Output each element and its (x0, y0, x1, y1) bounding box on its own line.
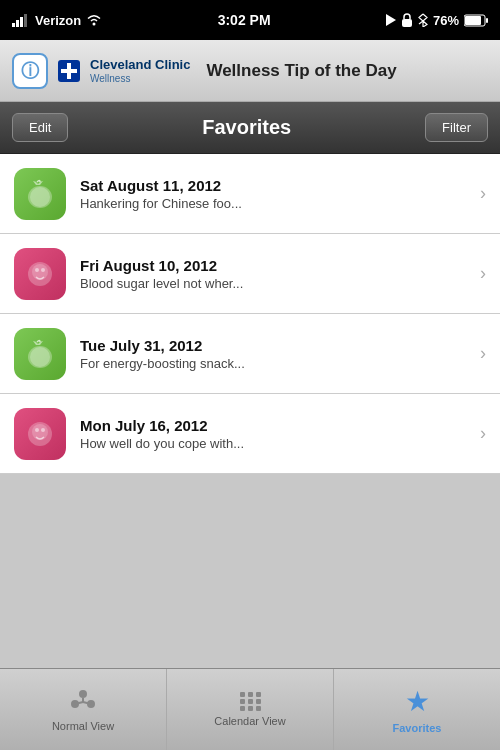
battery-icon (464, 14, 488, 27)
status-time: 3:02 PM (218, 12, 271, 28)
play-icon (386, 14, 396, 26)
app-container: Verizon 3:02 PM (0, 0, 500, 750)
battery-label: 76% (433, 13, 459, 28)
apple-icon (23, 177, 57, 211)
face-icon-3 (23, 417, 57, 451)
clinic-sub: Wellness (90, 73, 190, 84)
svg-line-7 (419, 21, 423, 24)
status-left: Verizon (12, 13, 102, 28)
tab-bar: Normal View Calendar View ★ Favorites (0, 668, 500, 750)
svg-rect-3 (24, 14, 27, 27)
status-bar: Verizon 3:02 PM (0, 0, 500, 40)
favorites-star-icon: ★ (405, 685, 430, 718)
page-title: Favorites (202, 116, 291, 139)
svg-rect-9 (465, 16, 481, 25)
svg-rect-1 (16, 20, 19, 27)
info-button[interactable]: ⓘ (12, 53, 48, 89)
toolbar: Edit Favorites Filter (0, 102, 500, 154)
carrier-label: Verizon (35, 13, 81, 28)
item-desc-0: Hankering for Chinese foo... (80, 196, 462, 211)
tab-calendar-view[interactable]: Calendar View (167, 669, 334, 750)
tab-favorites-label: Favorites (393, 722, 442, 734)
header-title: Wellness Tip of the Day (206, 61, 396, 81)
face-icon (23, 257, 57, 291)
svg-point-4 (93, 23, 96, 26)
normal-view-icon (68, 688, 98, 716)
list-item[interactable]: Fri August 10, 2012 Blood sugar level no… (0, 234, 500, 314)
chevron-icon-0: › (480, 183, 486, 204)
svg-rect-6 (402, 19, 412, 27)
item-desc-3: How well do you cope with... (80, 436, 462, 451)
chevron-icon-1: › (480, 263, 486, 284)
clinic-name: Cleveland Clinic (90, 57, 190, 73)
item-text-1: Fri August 10, 2012 Blood sugar level no… (80, 257, 462, 291)
item-desc-2: For energy-boosting snack... (80, 356, 462, 371)
item-text-2: Tue July 31, 2012 For energy-boosting sn… (80, 337, 462, 371)
svg-point-18 (35, 268, 39, 272)
svg-point-17 (32, 264, 48, 280)
tab-normal-view-label: Normal View (52, 720, 114, 732)
svg-point-19 (41, 268, 45, 272)
item-icon-3 (14, 408, 66, 460)
clinic-logo-icon (58, 60, 80, 82)
svg-rect-2 (20, 17, 23, 27)
list-item[interactable]: Mon July 16, 2012 How well do you cope w… (0, 394, 500, 474)
item-date-2: Tue July 31, 2012 (80, 337, 462, 354)
svg-rect-10 (486, 18, 488, 23)
header-bar: ⓘ Cleveland Clinic Wellness Wellness Tip… (0, 40, 500, 102)
item-date-0: Sat August 11, 2012 (80, 177, 462, 194)
item-icon-2 (14, 328, 66, 380)
status-right: 76% (386, 13, 488, 28)
list-item[interactable]: Sat August 11, 2012 Hankering for Chines… (0, 154, 500, 234)
item-icon-1 (14, 248, 66, 300)
svg-rect-0 (12, 23, 15, 27)
item-desc-1: Blood sugar level not wher... (80, 276, 462, 291)
bluetooth-icon (418, 13, 428, 27)
svg-rect-13 (61, 69, 77, 73)
svg-point-21 (30, 347, 50, 367)
list-item[interactable]: Tue July 31, 2012 For energy-boosting sn… (0, 314, 500, 394)
chevron-icon-2: › (480, 343, 486, 364)
wifi-icon (86, 14, 102, 26)
signal-icon (12, 13, 30, 27)
calendar-view-icon (240, 692, 261, 711)
tab-favorites[interactable]: ★ Favorites (334, 669, 500, 750)
item-text-0: Sat August 11, 2012 Hankering for Chines… (80, 177, 462, 211)
filter-button[interactable]: Filter (425, 113, 488, 142)
lock-icon (401, 13, 413, 27)
item-date-1: Fri August 10, 2012 (80, 257, 462, 274)
svg-marker-5 (386, 14, 396, 26)
svg-point-24 (35, 428, 39, 432)
svg-point-25 (41, 428, 45, 432)
svg-point-26 (79, 690, 87, 698)
item-text-3: Mon July 16, 2012 How well do you cope w… (80, 417, 462, 451)
clinic-info: Cleveland Clinic Wellness (90, 57, 190, 84)
info-icon: ⓘ (21, 59, 39, 83)
tab-normal-view[interactable]: Normal View (0, 669, 167, 750)
svg-point-23 (32, 424, 48, 440)
apple-icon-2 (23, 337, 57, 371)
item-date-3: Mon July 16, 2012 (80, 417, 462, 434)
edit-button[interactable]: Edit (12, 113, 68, 142)
svg-point-15 (30, 187, 50, 207)
chevron-icon-3: › (480, 423, 486, 444)
favorites-list: Sat August 11, 2012 Hankering for Chines… (0, 154, 500, 474)
tab-calendar-view-label: Calendar View (214, 715, 285, 727)
item-icon-0 (14, 168, 66, 220)
